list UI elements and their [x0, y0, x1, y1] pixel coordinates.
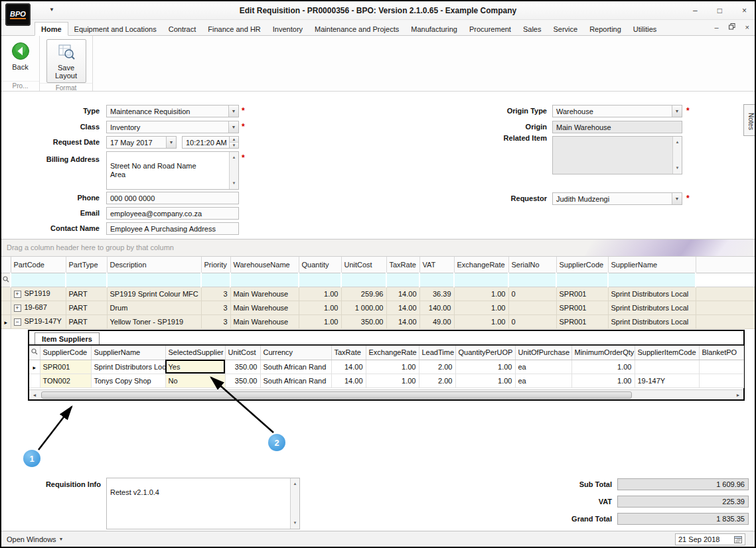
- scroll-down-icon[interactable]: ▼: [676, 164, 680, 172]
- table-row[interactable]: ▸ SPR001 Sprint Distributors Local Yes 3…: [29, 360, 743, 374]
- scroll-down-icon[interactable]: ▼: [232, 179, 236, 188]
- tab-utilities[interactable]: Utilities: [627, 23, 662, 35]
- table-cell[interactable]: Main Warehouse: [230, 301, 299, 314]
- table-cell[interactable]: −SP19-147Y: [11, 314, 66, 328]
- collapse-icon[interactable]: −: [14, 318, 21, 326]
- phone-field[interactable]: 000 000 0000: [106, 192, 239, 204]
- mdi-restore-button[interactable]: [729, 23, 735, 31]
- table-cell[interactable]: Sprint Distributors Local: [91, 360, 165, 374]
- col-header-exchangerate[interactable]: ExchangeRate: [366, 346, 419, 360]
- tab-inventory[interactable]: Inventory: [267, 23, 309, 35]
- col-header-exchangerate[interactable]: ExchangeRate: [454, 257, 508, 273]
- table-cell[interactable]: Sprint Distributors Local: [608, 314, 696, 328]
- table-cell[interactable]: 1.00: [366, 360, 419, 374]
- filter-cell[interactable]: [419, 273, 454, 287]
- minimize-button[interactable]: –: [693, 6, 698, 15]
- col-header-unitcost[interactable]: UnitCost: [341, 257, 386, 273]
- table-cell[interactable]: 1.00: [299, 287, 341, 301]
- filter-cell[interactable]: [608, 273, 696, 287]
- detail-search-button[interactable]: [29, 346, 40, 360]
- table-cell[interactable]: 1.00: [454, 314, 508, 328]
- maximize-button[interactable]: □: [718, 6, 722, 15]
- tab-item-suppliers[interactable]: Item Suppliers: [35, 332, 100, 344]
- table-cell[interactable]: +19-687: [11, 301, 66, 314]
- chevron-down-icon[interactable]: ▼: [228, 121, 238, 133]
- col-header-suppliername[interactable]: SupplierName: [91, 346, 165, 360]
- table-cell[interactable]: 2.00: [419, 360, 455, 374]
- col-header-unitcost[interactable]: UnitCost: [225, 346, 260, 360]
- table-cell[interactable]: 350.00: [225, 360, 260, 374]
- email-field[interactable]: employeea@company.co.za: [106, 207, 239, 220]
- scrollbar[interactable]: ▲▼: [672, 137, 682, 174]
- status-date-picker[interactable]: 21 Sep 2018: [675, 533, 745, 545]
- request-date-picker[interactable]: 17 May 2017 ▼: [106, 136, 177, 149]
- table-cell[interactable]: 3: [201, 287, 230, 301]
- open-windows-button[interactable]: Open Windows ▼: [7, 535, 64, 543]
- scroll-up-icon[interactable]: ▲: [676, 138, 680, 147]
- table-cell[interactable]: SPR001: [40, 360, 91, 374]
- table-cell[interactable]: South African Rand: [260, 374, 331, 387]
- class-combo[interactable]: Inventory ▼: [106, 121, 239, 133]
- chevron-down-icon[interactable]: ▼: [228, 105, 238, 117]
- table-cell[interactable]: 1.00: [299, 301, 341, 314]
- table-cell[interactable]: 1.00: [299, 314, 341, 328]
- scrollbar[interactable]: ▲▼: [290, 478, 299, 529]
- scroll-right-icon[interactable]: ►: [733, 390, 743, 399]
- table-cell[interactable]: 14.00: [386, 301, 419, 314]
- table-cell[interactable]: ea: [515, 374, 571, 387]
- table-cell[interactable]: 49.00: [419, 314, 454, 328]
- filter-cell[interactable]: [201, 273, 230, 287]
- filter-cell[interactable]: [299, 273, 341, 287]
- filter-cell[interactable]: [66, 273, 107, 287]
- tab-manufacturing[interactable]: Manufacturing: [405, 23, 463, 35]
- table-cell[interactable]: 3: [201, 314, 230, 328]
- table-cell[interactable]: ea: [515, 360, 571, 374]
- table-cell[interactable]: 140.00: [419, 301, 454, 314]
- col-header-minimumorderqty[interactable]: MinimumOrderQty: [571, 346, 635, 360]
- chevron-down-icon[interactable]: ▼: [166, 137, 176, 148]
- table-row[interactable]: TON002 Tonys Copy Shop No 350.00 South A…: [29, 374, 743, 387]
- filter-cell[interactable]: [556, 273, 608, 287]
- scroll-up-icon[interactable]: ▲: [293, 480, 297, 488]
- expand-icon[interactable]: +: [14, 305, 21, 312]
- quick-access-dropdown-icon[interactable]: ▼: [49, 7, 54, 13]
- horizontal-scrollbar[interactable]: ◄ ►: [29, 389, 743, 399]
- scrollbar-thumb[interactable]: [41, 391, 632, 399]
- chevron-down-icon[interactable]: ▼: [672, 193, 682, 204]
- table-row[interactable]: +SP1919 PART SP1919 Sprint Colour MFC 3 …: [1, 287, 755, 301]
- selected-supplier-cell[interactable]: Yes: [165, 360, 225, 374]
- scroll-left-icon[interactable]: ◄: [29, 390, 40, 399]
- expand-icon[interactable]: +: [14, 291, 21, 298]
- col-header-blanketpo[interactable]: BlanketPO: [699, 346, 743, 360]
- table-cell[interactable]: TON002: [40, 374, 91, 387]
- table-cell[interactable]: SPR001: [556, 287, 608, 301]
- filter-cell[interactable]: [508, 273, 556, 287]
- scroll-up-icon[interactable]: ▲: [232, 153, 236, 162]
- col-header-supplieritemcode[interactable]: SupplierItemCode: [635, 346, 699, 360]
- group-by-bar[interactable]: Drag a column header here to group by th…: [1, 240, 755, 257]
- tab-equipment-and-locations[interactable]: Equipment and Locations: [68, 23, 163, 35]
- chevron-down-icon[interactable]: ▼: [672, 105, 682, 117]
- save-layout-button[interactable]: Save Layout: [46, 39, 86, 83]
- table-cell[interactable]: 0: [508, 314, 556, 328]
- spin-up-icon[interactable]: ▲: [230, 137, 238, 142]
- tab-finance-and-hr[interactable]: Finance and HR: [202, 23, 267, 35]
- scroll-down-icon[interactable]: ▼: [293, 519, 297, 527]
- col-header-serialno[interactable]: SerialNo: [508, 257, 556, 273]
- table-cell[interactable]: Drum: [107, 301, 201, 314]
- table-row[interactable]: +19-687 PART Drum 3 Main Warehouse 1.00 …: [1, 301, 755, 314]
- table-cell[interactable]: 1.00: [455, 374, 515, 387]
- table-cell[interactable]: 1.00: [455, 360, 515, 374]
- tab-sales[interactable]: Sales: [517, 23, 548, 35]
- table-cell[interactable]: 1.00: [454, 287, 508, 301]
- spin-down-icon[interactable]: ▼: [230, 142, 238, 148]
- tab-maintenance-and-projects[interactable]: Maintenance and Projects: [309, 23, 405, 35]
- table-cell[interactable]: 350.00: [341, 314, 386, 328]
- filter-cell[interactable]: [107, 273, 201, 287]
- table-cell[interactable]: 2.00: [419, 374, 455, 387]
- table-cell[interactable]: 1.00: [454, 301, 508, 314]
- table-cell[interactable]: SP1919 Sprint Colour MFC: [107, 287, 201, 301]
- tab-reporting[interactable]: Reporting: [583, 23, 627, 35]
- table-cell[interactable]: 1.00: [571, 374, 635, 387]
- table-cell[interactable]: PART: [66, 314, 107, 328]
